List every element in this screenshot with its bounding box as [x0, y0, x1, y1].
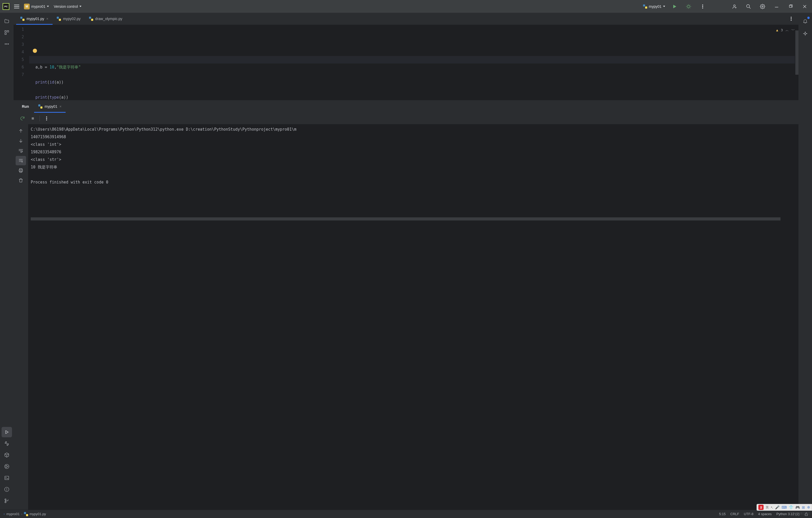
run-tabs: Run mypy01 ×: [13, 100, 799, 113]
python-icon: [57, 17, 61, 21]
project-selector[interactable]: M mypro01: [24, 4, 49, 9]
svg-point-27: [791, 17, 792, 18]
project-badge: M: [24, 4, 30, 9]
editor-inspections[interactable]: ▲ 3 ︿ ﹀: [776, 26, 795, 34]
svg-rect-30: [32, 117, 34, 119]
tab-draw-olympic[interactable]: draw_olympic.py: [85, 13, 126, 25]
svg-point-26: [5, 501, 6, 503]
run-side-toolbar: [13, 124, 28, 510]
svg-rect-12: [5, 31, 6, 32]
rerun-button[interactable]: [18, 114, 27, 123]
python-icon: [24, 512, 28, 516]
ime-punct-icon[interactable]: •,: [771, 506, 773, 509]
breadcrumb[interactable]: ▫ mypro01 › mypy01.py: [4, 512, 46, 516]
run-toolbar: [13, 113, 799, 124]
line-separator[interactable]: CRLF: [730, 512, 739, 516]
python-icon: [89, 17, 93, 21]
ime-settings-icon[interactable]: ✲: [807, 505, 810, 510]
svg-point-20: [5, 464, 9, 469]
warning-icon: ▲: [776, 26, 778, 34]
console-text: C:\Users\86198\AppData\Local\Programs\Py…: [31, 127, 296, 184]
indent-settings[interactable]: 4 spaces: [758, 512, 772, 516]
python-icon: [38, 105, 42, 109]
problems-tool-button[interactable]: [2, 484, 12, 495]
svg-point-17: [8, 44, 9, 45]
code-area[interactable]: a,b = 10,"我是字符串" print(id(a)) print(type…: [29, 25, 799, 100]
close-icon[interactable]: ×: [59, 105, 61, 109]
project-name: mypro01: [31, 4, 45, 8]
editor-tabs: mypy01.py × mypy02.py draw_olympic.py: [13, 13, 799, 25]
svg-point-3: [702, 6, 703, 7]
run-title: Run: [18, 100, 34, 113]
chevron-down-icon: [47, 6, 49, 7]
project-tool-button[interactable]: [2, 16, 12, 26]
restore-button[interactable]: [786, 2, 795, 11]
vcs-menu[interactable]: Version control: [54, 4, 82, 8]
run-more-button[interactable]: [42, 114, 51, 123]
close-icon[interactable]: ×: [46, 17, 49, 21]
svg-rect-13: [7, 31, 9, 32]
run-tool-button[interactable]: [2, 427, 12, 437]
ime-lang[interactable]: 英: [766, 505, 769, 510]
tab-label: draw_olympic.py: [95, 17, 122, 21]
settings-button[interactable]: [758, 2, 767, 11]
close-window-button[interactable]: [800, 2, 809, 11]
main-area: mypy01.py × mypy02.py draw_olympic.py 1 …: [13, 13, 799, 510]
right-tool-rail: [799, 13, 812, 510]
ime-game-icon[interactable]: 🎮: [795, 505, 800, 510]
up-stack-button[interactable]: [16, 126, 26, 136]
titlebar: PC M mypro01 Version control mypy01: [0, 0, 812, 13]
console-hscrollbar[interactable]: [31, 218, 781, 221]
python-icon: [643, 4, 647, 8]
code-editor[interactable]: 1 2 3 4 5 6 7 a,b = 10,"我是字符串" print(id(…: [13, 25, 799, 100]
next-highlight-button[interactable]: ﹀: [791, 26, 795, 34]
encoding[interactable]: UTF-8: [744, 512, 753, 516]
more-actions-button[interactable]: [698, 2, 707, 11]
tab-mypy02[interactable]: mypy02.py: [53, 13, 85, 25]
packages-tool-button[interactable]: [2, 450, 12, 460]
git-tool-button[interactable]: [2, 496, 12, 506]
chevron-down-icon: [663, 6, 665, 7]
structure-tool-button[interactable]: [2, 27, 12, 38]
console-output[interactable]: C:\Users\86198\AppData\Local\Programs\Py…: [28, 124, 799, 510]
stop-button[interactable]: [28, 114, 37, 123]
svg-point-25: [5, 499, 6, 500]
more-tool-button[interactable]: [2, 39, 12, 49]
main-menu-button[interactable]: [14, 5, 19, 8]
run-tool-window: Run mypy01 ×: [13, 100, 799, 510]
run-config-tab[interactable]: mypy01 ×: [34, 100, 66, 113]
run-config-selector[interactable]: mypy01: [643, 4, 665, 8]
debug-button[interactable]: [684, 2, 693, 11]
sogou-logo-icon: S: [758, 505, 763, 510]
ime-skin-icon[interactable]: 👕: [789, 505, 793, 510]
cursor-position[interactable]: 5:15: [719, 512, 726, 516]
ime-mic-icon[interactable]: 🎤: [775, 505, 779, 510]
run-config-label: mypy01: [649, 4, 662, 8]
services-tool-button[interactable]: [2, 461, 12, 472]
tabs-more-button[interactable]: [784, 13, 799, 25]
svg-point-7: [762, 6, 763, 7]
ai-assistant-button[interactable]: [800, 28, 810, 39]
prev-highlight-button[interactable]: ︿: [785, 26, 789, 34]
ime-keyboard-icon[interactable]: ⌨: [782, 505, 787, 510]
run-button[interactable]: [670, 2, 679, 11]
code-with-me-button[interactable]: [730, 2, 739, 11]
soft-wrap-button[interactable]: [16, 146, 26, 155]
app-logo: PC: [3, 3, 9, 10]
intention-bulb-icon[interactable]: [33, 49, 37, 53]
chevron-down-icon: [79, 6, 82, 7]
terminal-tool-button[interactable]: [2, 473, 12, 483]
notifications-button[interactable]: [800, 16, 810, 26]
python-console-button[interactable]: [2, 438, 12, 449]
scroll-to-end-button[interactable]: [16, 156, 26, 165]
ime-toolbox-icon[interactable]: ⊞: [802, 505, 805, 510]
down-stack-button[interactable]: [16, 136, 26, 145]
minimize-button[interactable]: [772, 2, 781, 11]
clear-all-button[interactable]: [16, 176, 26, 185]
notification-dot-icon: [807, 17, 810, 19]
svg-point-29: [791, 20, 792, 21]
print-button[interactable]: [16, 166, 26, 175]
ime-toolbar[interactable]: S 英 •, 🎤 ⌨ 👕 🎮 ⊞ ✲: [757, 504, 812, 511]
search-button[interactable]: [744, 2, 753, 11]
tab-mypy01[interactable]: mypy01.py ×: [16, 13, 53, 25]
